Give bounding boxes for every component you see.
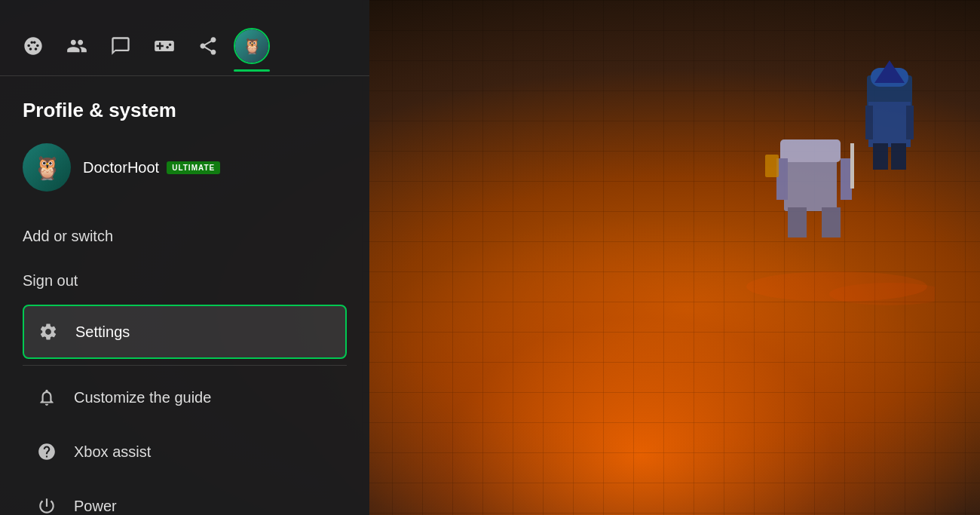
- nav-avatar-image: 🦉: [235, 29, 268, 63]
- controller-icon: [154, 35, 175, 57]
- username: DoctorHoot: [83, 159, 159, 176]
- nav-xbox-button[interactable]: [15, 28, 51, 64]
- svg-rect-5: [906, 106, 914, 139]
- user-info: DoctorHoot ULTIMATE: [83, 159, 220, 176]
- svg-rect-11: [841, 158, 852, 200]
- xbox-assist-item[interactable]: Xbox assist: [23, 426, 347, 477]
- nav-social-button[interactable]: [59, 28, 95, 64]
- user-avatar-image: 🦉: [23, 143, 71, 192]
- customize-guide-label: Customize the guide: [74, 389, 211, 406]
- settings-item[interactable]: Settings: [23, 305, 347, 359]
- xbox-assist-label: Xbox assist: [74, 443, 151, 461]
- sign-out-item[interactable]: Sign out: [23, 260, 347, 302]
- dungeon-scene: [362, 0, 980, 515]
- svg-rect-7: [891, 143, 906, 170]
- user-avatar: 🦉: [23, 143, 71, 192]
- ultimate-badge: ULTIMATE: [167, 161, 220, 174]
- power-item[interactable]: Power: [23, 480, 347, 515]
- guide-panel: 🦉 Profile & system 🦉 DoctorHoot ULTIMATE…: [0, 0, 369, 515]
- panel-title: Profile & system: [23, 99, 347, 122]
- settings-label: Settings: [75, 323, 130, 341]
- share-icon: [198, 35, 219, 57]
- social-icon: [66, 35, 87, 57]
- svg-rect-6: [873, 143, 888, 170]
- power-label: Power: [74, 498, 117, 515]
- customize-icon: [35, 385, 59, 409]
- svg-rect-14: [765, 155, 779, 177]
- customize-guide-item[interactable]: Customize the guide: [23, 372, 347, 423]
- add-switch-item[interactable]: Add or switch: [23, 216, 347, 257]
- nav-controller-button[interactable]: [146, 28, 182, 64]
- menu-divider-1: [23, 365, 347, 366]
- nav-profile-button[interactable]: 🦉: [234, 28, 270, 64]
- help-icon: [35, 440, 59, 464]
- nav-avatar[interactable]: 🦉: [234, 28, 270, 64]
- user-row[interactable]: 🦉 DoctorHoot ULTIMATE: [23, 143, 347, 192]
- xbox-icon: [23, 35, 44, 57]
- nav-bar: 🦉: [0, 0, 369, 75]
- svg-rect-4: [865, 106, 873, 139]
- svg-rect-15: [850, 143, 854, 189]
- nav-chat-button[interactable]: [103, 28, 139, 64]
- add-switch-label: Add or switch: [23, 228, 113, 245]
- chat-icon: [110, 35, 131, 57]
- svg-rect-12: [788, 207, 807, 238]
- svg-rect-9: [780, 139, 841, 162]
- characters-svg: [739, 60, 935, 324]
- svg-rect-3: [868, 102, 911, 147]
- sign-out-label: Sign out: [23, 272, 78, 290]
- power-icon: [35, 494, 59, 515]
- nav-share-button[interactable]: [190, 28, 226, 64]
- svg-rect-13: [822, 207, 841, 238]
- panel-content: Profile & system 🦉 DoctorHoot ULTIMATE A…: [0, 76, 369, 515]
- gear-icon: [36, 320, 60, 344]
